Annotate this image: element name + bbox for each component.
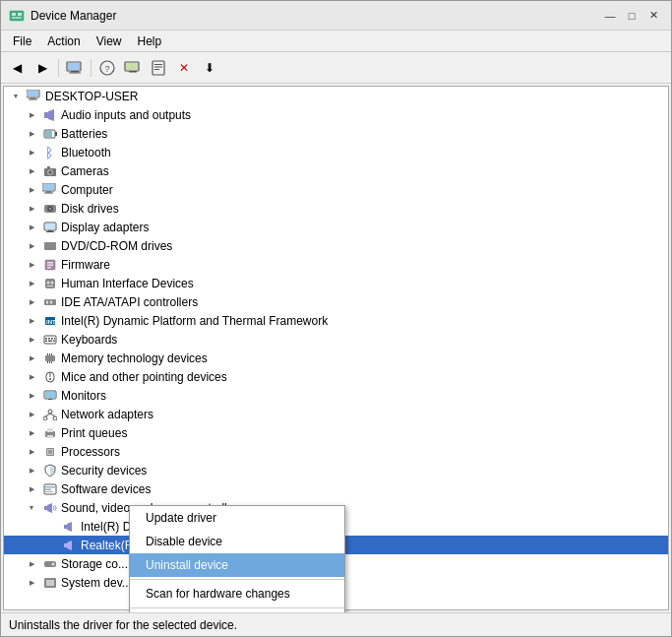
tree-item-disk[interactable]: Disk drives xyxy=(4,199,668,218)
processors-expand-btn[interactable] xyxy=(24,444,39,460)
cameras-expand-btn[interactable] xyxy=(24,163,39,179)
svg-rect-2 xyxy=(18,13,22,16)
tree-item-firmware[interactable]: Firmware xyxy=(4,255,668,274)
tree-item-hid[interactable]: Human Interface Devices xyxy=(4,274,668,292)
software-expand-btn[interactable] xyxy=(24,481,39,497)
bluetooth-label: Bluetooth xyxy=(61,146,111,159)
ctx-disable-device[interactable]: Disable device xyxy=(130,530,344,553)
software-label: Software devices xyxy=(61,482,151,496)
sound-expand-btn[interactable] xyxy=(24,500,39,516)
svg-rect-39 xyxy=(45,223,55,229)
tree-item-software[interactable]: Software devices xyxy=(4,479,668,498)
menu-help[interactable]: Help xyxy=(130,32,170,50)
tree-item-security[interactable]: Security devices xyxy=(4,461,668,479)
ctx-update-driver[interactable]: Update driver xyxy=(130,506,344,530)
dvd-icon xyxy=(42,238,58,254)
svg-rect-96 xyxy=(64,525,67,529)
svg-rect-14 xyxy=(154,64,162,65)
toolbar-properties-button[interactable] xyxy=(147,56,170,80)
tree-item-audio[interactable]: Audio inputs and outputs xyxy=(4,105,668,124)
toolbar-scan-button[interactable]: ⬇ xyxy=(198,56,221,80)
svg-rect-94 xyxy=(44,506,47,510)
svg-rect-93 xyxy=(45,491,53,492)
menu-view[interactable]: View xyxy=(89,32,130,50)
keyboards-expand-btn[interactable] xyxy=(24,332,39,348)
tree-item-cameras[interactable]: Cameras xyxy=(4,161,668,180)
hid-label: Human Interface Devices xyxy=(61,277,194,290)
realtek-icon xyxy=(62,538,78,553)
hid-expand-btn[interactable] xyxy=(24,276,39,291)
keyboards-icon xyxy=(42,332,58,348)
minimize-button[interactable]: — xyxy=(600,6,620,26)
menu-bar: File Action View Help xyxy=(1,31,671,52)
batteries-expand-btn[interactable] xyxy=(24,126,39,142)
tree-item-ide[interactable]: IDE ATA/ATAPI controllers xyxy=(4,292,668,311)
network-expand-btn[interactable] xyxy=(24,407,39,422)
tree-item-intel[interactable]: INT Intel(R) Dynamic Platform and Therma… xyxy=(4,311,668,330)
firmware-expand-btn[interactable] xyxy=(24,257,39,273)
root-expand-btn[interactable] xyxy=(8,89,24,104)
bluetooth-expand-btn[interactable] xyxy=(24,145,39,160)
menu-file[interactable]: File xyxy=(5,32,39,50)
tree-item-batteries[interactable]: Batteries xyxy=(4,124,668,143)
maximize-button[interactable]: □ xyxy=(622,6,641,26)
memory-expand-btn[interactable] xyxy=(24,350,39,366)
monitors-icon xyxy=(42,388,58,404)
toolbar-forward-button[interactable]: ▶ xyxy=(31,56,54,80)
svg-point-51 xyxy=(51,281,54,284)
menu-action[interactable]: Action xyxy=(39,32,88,50)
security-expand-btn[interactable] xyxy=(24,463,39,478)
toolbar-back-button[interactable]: ◀ xyxy=(5,56,29,80)
toolbar-delete-button[interactable]: ✕ xyxy=(172,56,196,80)
toolbar-help-button[interactable]: ? xyxy=(95,56,119,80)
ctx-separator-2 xyxy=(130,607,344,608)
tree-item-mice[interactable]: Mice and other pointing devices xyxy=(4,367,668,386)
svg-rect-72 xyxy=(51,361,52,363)
tree-item-network[interactable]: Network adapters xyxy=(4,405,668,423)
tree-item-computer[interactable]: Computer xyxy=(4,180,668,199)
status-text: Uninstalls the driver for the selected d… xyxy=(9,618,237,632)
svg-line-83 xyxy=(50,414,55,416)
display-expand-btn[interactable] xyxy=(24,220,39,235)
close-button[interactable]: ✕ xyxy=(643,6,663,26)
tree-item-memory[interactable]: Memory technology devices xyxy=(4,349,668,367)
svg-rect-5 xyxy=(68,63,80,70)
system-expand-btn[interactable] xyxy=(24,575,39,591)
ctx-scan-hardware[interactable]: Scan for hardware changes xyxy=(130,582,344,605)
tree-root-item[interactable]: DESKTOP-USER xyxy=(4,87,668,105)
storage-expand-btn[interactable] xyxy=(24,556,39,572)
intel-audio-icon xyxy=(62,519,78,535)
memory-label: Memory technology devices xyxy=(61,351,208,365)
ide-expand-btn[interactable] xyxy=(24,294,39,310)
audio-expand-btn[interactable] xyxy=(24,107,39,123)
svg-rect-71 xyxy=(49,361,50,363)
tree-item-processors[interactable]: Processors xyxy=(4,442,668,461)
security-icon xyxy=(42,463,58,478)
toolbar-computer-button[interactable] xyxy=(63,56,87,80)
ctx-properties[interactable]: Properties xyxy=(130,610,344,612)
svg-marker-97 xyxy=(67,522,72,532)
tree-item-print[interactable]: Print queues xyxy=(4,423,668,442)
disk-expand-btn[interactable] xyxy=(24,201,39,217)
svg-rect-103 xyxy=(46,580,54,586)
svg-rect-59 xyxy=(45,338,47,340)
batteries-label: Batteries xyxy=(61,127,107,141)
tree-item-monitors[interactable]: Monitors xyxy=(4,386,668,405)
system-icon xyxy=(42,575,58,591)
dvd-expand-btn[interactable] xyxy=(24,238,39,254)
ctx-uninstall-device[interactable]: Uninstall device xyxy=(130,553,344,577)
tree-item-dvd[interactable]: DVD/CD-ROM drives xyxy=(4,236,668,255)
print-expand-btn[interactable] xyxy=(24,425,39,441)
tree-item-keyboards[interactable]: Keyboards xyxy=(4,330,668,349)
intel-expand-btn[interactable] xyxy=(24,313,39,329)
mice-expand-btn[interactable] xyxy=(24,369,39,385)
svg-rect-66 xyxy=(45,355,55,361)
svg-point-81 xyxy=(53,416,57,420)
computer-expand-btn[interactable] xyxy=(24,182,39,198)
title-bar: Device Manager — □ ✕ xyxy=(1,1,671,31)
tree-item-bluetooth[interactable]: ᛒ Bluetooth xyxy=(4,143,668,161)
svg-rect-41 xyxy=(46,231,54,232)
monitors-expand-btn[interactable] xyxy=(24,388,39,404)
tree-item-display[interactable]: Display adapters xyxy=(4,218,668,236)
toolbar-monitor-button[interactable] xyxy=(121,56,145,80)
